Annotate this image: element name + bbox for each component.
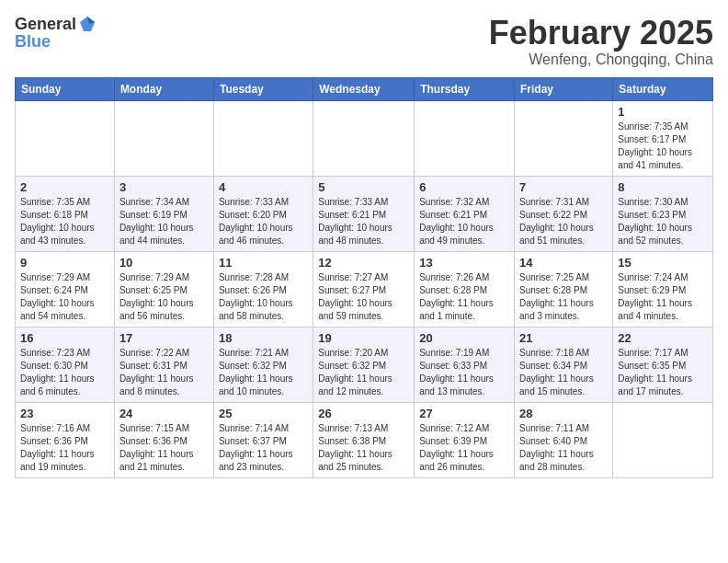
calendar-cell: 27Sunrise: 7:12 AM Sunset: 6:39 PM Dayli… bbox=[415, 402, 515, 477]
day-info: Sunrise: 7:30 AM Sunset: 6:23 PM Dayligh… bbox=[618, 196, 708, 247]
day-number: 2 bbox=[20, 180, 109, 194]
calendar-subtitle: Wenfeng, Chongqing, China bbox=[489, 52, 713, 68]
day-number: 14 bbox=[519, 256, 608, 270]
calendar-cell: 16Sunrise: 7:23 AM Sunset: 6:30 PM Dayli… bbox=[16, 327, 115, 402]
week-row-3: 9Sunrise: 7:29 AM Sunset: 6:24 PM Daylig… bbox=[16, 251, 713, 327]
svg-marker-0 bbox=[80, 17, 95, 31]
day-info: Sunrise: 7:20 AM Sunset: 6:32 PM Dayligh… bbox=[318, 347, 409, 398]
title-block: February 2025 Wenfeng, Chongqing, China bbox=[489, 15, 713, 68]
calendar-cell bbox=[515, 100, 613, 176]
calendar-cell: 25Sunrise: 7:14 AM Sunset: 6:37 PM Dayli… bbox=[213, 402, 313, 477]
day-number: 23 bbox=[20, 407, 109, 420]
calendar-cell: 9Sunrise: 7:29 AM Sunset: 6:24 PM Daylig… bbox=[16, 251, 115, 327]
day-number: 12 bbox=[318, 256, 409, 270]
day-info: Sunrise: 7:33 AM Sunset: 6:21 PM Dayligh… bbox=[318, 196, 409, 247]
day-info: Sunrise: 7:15 AM Sunset: 6:36 PM Dayligh… bbox=[119, 422, 209, 474]
calendar-cell: 13Sunrise: 7:26 AM Sunset: 6:28 PM Dayli… bbox=[415, 251, 515, 327]
weekday-header-tuesday: Tuesday bbox=[213, 77, 313, 100]
day-number: 20 bbox=[419, 331, 509, 345]
day-info: Sunrise: 7:23 AM Sunset: 6:30 PM Dayligh… bbox=[20, 347, 109, 398]
calendar-cell: 7Sunrise: 7:31 AM Sunset: 6:22 PM Daylig… bbox=[515, 176, 613, 251]
day-number: 24 bbox=[119, 407, 209, 420]
day-info: Sunrise: 7:28 AM Sunset: 6:26 PM Dayligh… bbox=[219, 271, 308, 323]
calendar-cell: 23Sunrise: 7:16 AM Sunset: 6:36 PM Dayli… bbox=[16, 402, 115, 477]
day-info: Sunrise: 7:34 AM Sunset: 6:19 PM Dayligh… bbox=[119, 196, 209, 247]
day-number: 3 bbox=[119, 180, 209, 194]
calendar-cell bbox=[16, 100, 115, 176]
weekday-header-wednesday: Wednesday bbox=[313, 77, 415, 100]
day-number: 17 bbox=[119, 331, 209, 345]
day-info: Sunrise: 7:29 AM Sunset: 6:24 PM Dayligh… bbox=[20, 271, 109, 323]
calendar-cell: 10Sunrise: 7:29 AM Sunset: 6:25 PM Dayli… bbox=[114, 251, 213, 327]
calendar-cell: 1Sunrise: 7:35 AM Sunset: 6:17 PM Daylig… bbox=[613, 100, 713, 176]
day-number: 6 bbox=[419, 180, 509, 194]
day-info: Sunrise: 7:24 AM Sunset: 6:29 PM Dayligh… bbox=[618, 271, 708, 323]
day-info: Sunrise: 7:16 AM Sunset: 6:36 PM Dayligh… bbox=[20, 422, 109, 474]
day-number: 22 bbox=[618, 331, 708, 345]
calendar-cell: 3Sunrise: 7:34 AM Sunset: 6:19 PM Daylig… bbox=[114, 176, 213, 251]
day-info: Sunrise: 7:31 AM Sunset: 6:22 PM Dayligh… bbox=[519, 196, 608, 247]
day-number: 21 bbox=[519, 331, 608, 345]
day-number: 18 bbox=[219, 331, 308, 345]
day-info: Sunrise: 7:32 AM Sunset: 6:21 PM Dayligh… bbox=[419, 196, 509, 247]
day-number: 9 bbox=[20, 256, 109, 270]
calendar-cell: 26Sunrise: 7:13 AM Sunset: 6:38 PM Dayli… bbox=[313, 402, 415, 477]
week-row-5: 23Sunrise: 7:16 AM Sunset: 6:36 PM Dayli… bbox=[16, 402, 713, 477]
day-info: Sunrise: 7:26 AM Sunset: 6:28 PM Dayligh… bbox=[419, 271, 509, 323]
day-info: Sunrise: 7:22 AM Sunset: 6:31 PM Dayligh… bbox=[119, 347, 209, 398]
calendar-cell: 4Sunrise: 7:33 AM Sunset: 6:20 PM Daylig… bbox=[213, 176, 313, 251]
day-info: Sunrise: 7:19 AM Sunset: 6:33 PM Dayligh… bbox=[419, 347, 509, 398]
calendar-cell: 11Sunrise: 7:28 AM Sunset: 6:26 PM Dayli… bbox=[213, 251, 313, 327]
calendar-table: SundayMondayTuesdayWednesdayThursdayFrid… bbox=[15, 77, 713, 478]
calendar-cell bbox=[613, 402, 713, 477]
calendar-cell: 6Sunrise: 7:32 AM Sunset: 6:21 PM Daylig… bbox=[415, 176, 515, 251]
calendar-cell: 28Sunrise: 7:11 AM Sunset: 6:40 PM Dayli… bbox=[515, 402, 613, 477]
weekday-header-thursday: Thursday bbox=[415, 77, 515, 100]
weekday-header-friday: Friday bbox=[515, 77, 613, 100]
logo-blue: Blue bbox=[15, 32, 51, 51]
day-info: Sunrise: 7:11 AM Sunset: 6:40 PM Dayligh… bbox=[519, 422, 608, 474]
week-row-4: 16Sunrise: 7:23 AM Sunset: 6:30 PM Dayli… bbox=[16, 327, 713, 402]
calendar-cell: 22Sunrise: 7:17 AM Sunset: 6:35 PM Dayli… bbox=[613, 327, 713, 402]
day-info: Sunrise: 7:18 AM Sunset: 6:34 PM Dayligh… bbox=[519, 347, 608, 398]
day-info: Sunrise: 7:33 AM Sunset: 6:20 PM Dayligh… bbox=[219, 196, 308, 247]
weekday-header-row: SundayMondayTuesdayWednesdayThursdayFrid… bbox=[16, 77, 713, 100]
day-info: Sunrise: 7:29 AM Sunset: 6:25 PM Dayligh… bbox=[119, 271, 209, 323]
day-number: 19 bbox=[318, 331, 409, 345]
day-number: 1 bbox=[618, 105, 708, 119]
calendar-cell: 2Sunrise: 7:35 AM Sunset: 6:18 PM Daylig… bbox=[16, 176, 115, 251]
day-info: Sunrise: 7:27 AM Sunset: 6:27 PM Dayligh… bbox=[318, 271, 409, 323]
day-info: Sunrise: 7:35 AM Sunset: 6:18 PM Dayligh… bbox=[20, 196, 109, 247]
calendar-cell bbox=[114, 100, 213, 176]
day-number: 8 bbox=[618, 180, 708, 194]
calendar-cell bbox=[415, 100, 515, 176]
day-number: 13 bbox=[419, 256, 509, 270]
calendar-cell: 20Sunrise: 7:19 AM Sunset: 6:33 PM Dayli… bbox=[415, 327, 515, 402]
calendar-cell: 21Sunrise: 7:18 AM Sunset: 6:34 PM Dayli… bbox=[515, 327, 613, 402]
day-number: 27 bbox=[419, 407, 509, 420]
day-info: Sunrise: 7:17 AM Sunset: 6:35 PM Dayligh… bbox=[618, 347, 708, 398]
calendar-cell: 18Sunrise: 7:21 AM Sunset: 6:32 PM Dayli… bbox=[213, 327, 313, 402]
day-number: 4 bbox=[219, 180, 308, 194]
day-number: 28 bbox=[519, 407, 608, 420]
day-info: Sunrise: 7:21 AM Sunset: 6:32 PM Dayligh… bbox=[219, 347, 308, 398]
day-info: Sunrise: 7:35 AM Sunset: 6:17 PM Dayligh… bbox=[618, 121, 708, 172]
calendar-cell bbox=[213, 100, 313, 176]
day-number: 5 bbox=[318, 180, 409, 194]
week-row-2: 2Sunrise: 7:35 AM Sunset: 6:18 PM Daylig… bbox=[16, 176, 713, 251]
day-info: Sunrise: 7:13 AM Sunset: 6:38 PM Dayligh… bbox=[318, 422, 409, 474]
calendar-cell: 5Sunrise: 7:33 AM Sunset: 6:21 PM Daylig… bbox=[313, 176, 415, 251]
day-number: 16 bbox=[20, 331, 109, 345]
calendar-cell: 12Sunrise: 7:27 AM Sunset: 6:27 PM Dayli… bbox=[313, 251, 415, 327]
day-number: 26 bbox=[318, 407, 409, 420]
calendar-cell: 17Sunrise: 7:22 AM Sunset: 6:31 PM Dayli… bbox=[114, 327, 213, 402]
day-number: 10 bbox=[119, 256, 209, 270]
week-row-1: 1Sunrise: 7:35 AM Sunset: 6:17 PM Daylig… bbox=[16, 100, 713, 176]
weekday-header-monday: Monday bbox=[114, 77, 213, 100]
day-info: Sunrise: 7:25 AM Sunset: 6:28 PM Dayligh… bbox=[519, 271, 608, 323]
day-number: 15 bbox=[618, 256, 708, 270]
weekday-header-saturday: Saturday bbox=[613, 77, 713, 100]
day-number: 25 bbox=[219, 407, 308, 420]
calendar-cell: 19Sunrise: 7:20 AM Sunset: 6:32 PM Dayli… bbox=[313, 327, 415, 402]
weekday-header-sunday: Sunday bbox=[16, 77, 115, 100]
